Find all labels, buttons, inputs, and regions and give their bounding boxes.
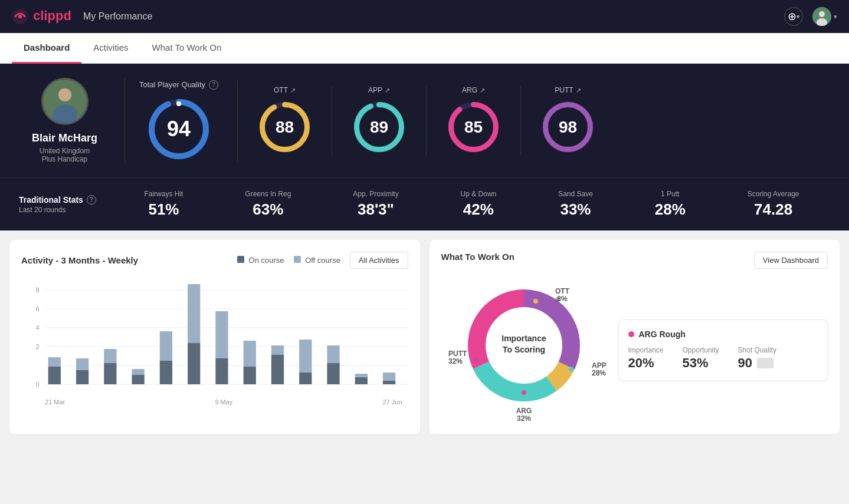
- sub-score-app: APP ↗ 89: [332, 86, 427, 155]
- stat-item: App. Proximity 38'3": [353, 190, 398, 219]
- shot-quality-label: Shot Quality: [738, 346, 776, 354]
- off-course-bar: [215, 311, 228, 358]
- stat-label: Sand Save: [558, 190, 593, 198]
- player-country: United Kingdom: [40, 147, 90, 155]
- svg-point-1: [18, 15, 22, 18]
- putt-label: PUTT ↗: [555, 86, 581, 94]
- svg-text:32%: 32%: [448, 357, 463, 365]
- on-course-legend-dot: [237, 256, 244, 263]
- svg-rect-8: [53, 110, 77, 123]
- svg-text:8: 8: [35, 286, 39, 294]
- what-to-work-on-panel: What To Work On View Dashboard: [430, 240, 840, 434]
- app-label: APP ↗: [368, 86, 390, 94]
- donut-chart-container: Importance To Scoring OTT 8% APP 28% ARG…: [441, 269, 607, 422]
- all-activities-button[interactable]: All Activities: [350, 252, 408, 269]
- svg-text:ARG: ARG: [516, 407, 532, 415]
- tab-activities[interactable]: Activities: [81, 33, 140, 64]
- svg-point-52: [474, 358, 479, 363]
- on-course-bar: [132, 375, 145, 384]
- svg-text:4: 4: [35, 324, 39, 331]
- ott-circle: 88: [257, 99, 313, 155]
- header-title: My Performance: [83, 11, 152, 22]
- avatar: [812, 7, 831, 26]
- bottom-panels: Activity - 3 Months - Weekly On course O…: [0, 230, 849, 443]
- svg-text:OTT: OTT: [555, 287, 570, 295]
- trad-stats-subtitle: Last 20 rounds: [19, 206, 113, 214]
- scores-area: Total Player Quality ? 94 OTT ↗: [125, 78, 830, 163]
- header-right: ⊕ ▾ ▾: [784, 7, 837, 26]
- off-course-bar: [355, 374, 368, 377]
- tq-info-icon: ?: [209, 80, 218, 90]
- svg-point-49: [555, 297, 560, 302]
- tab-what-to-work-on[interactable]: What To Work On: [140, 33, 234, 64]
- off-course-bar: [299, 340, 312, 373]
- stat-label: Up & Down: [461, 190, 497, 198]
- chart-title: Activity - 3 Months - Weekly: [21, 255, 138, 266]
- metric-card-container: ARG Rough Importance 20% Opportunity 53%…: [618, 310, 828, 381]
- nav-tabs: Dashboard Activities What To Work On: [0, 33, 849, 64]
- svg-text:2: 2: [35, 343, 39, 350]
- on-course-bar: [327, 363, 339, 384]
- off-course-bar: [160, 331, 172, 361]
- view-dashboard-button[interactable]: View Dashboard: [754, 252, 828, 269]
- sub-score-arg: ARG ↗ 85: [427, 86, 521, 155]
- svg-text:PUTT: PUTT: [448, 350, 467, 358]
- metric-row: Importance 20% Opportunity 53% Shot Qual…: [628, 346, 818, 371]
- plus-icon: ⊕: [788, 10, 796, 23]
- stat-item: Scoring Average 74.28: [748, 190, 799, 219]
- svg-point-16: [377, 103, 382, 107]
- arg-label: ARG ↗: [462, 86, 485, 94]
- header: clippd My Performance ⊕ ▾ ▾: [0, 0, 849, 33]
- on-course-legend: On course: [237, 256, 284, 265]
- add-button[interactable]: ⊕ ▾: [784, 7, 803, 26]
- activity-panel: Activity - 3 Months - Weekly On course O…: [9, 240, 420, 434]
- avatar-button[interactable]: ▾: [812, 7, 837, 26]
- tab-dashboard[interactable]: Dashboard: [12, 33, 81, 64]
- ott-arrow-icon: ↗: [290, 87, 296, 94]
- stat-value: 28%: [655, 200, 686, 219]
- metric-importance: Importance 20%: [628, 346, 664, 371]
- stat-value: 51%: [148, 200, 179, 219]
- svg-point-19: [492, 117, 497, 122]
- stat-value: 63%: [253, 200, 283, 219]
- stat-item: Sand Save 33%: [558, 190, 593, 219]
- hero-section: Blair McHarg United Kingdom Plus Handica…: [0, 64, 849, 177]
- arg-arrow-icon: ↗: [480, 87, 485, 94]
- sub-score-putt: PUTT ↗ 98: [521, 86, 615, 155]
- tq-label: Total Player Quality ?: [139, 80, 218, 90]
- wtwo-header: What To Work On View Dashboard: [441, 252, 828, 269]
- opportunity-value: 53%: [683, 355, 719, 371]
- off-course-bar: [104, 349, 116, 363]
- chart-x-label-3: 27 Jun: [382, 398, 408, 406]
- off-course-bar: [244, 341, 256, 367]
- svg-text:28%: 28%: [592, 369, 606, 377]
- svg-point-53: [533, 299, 538, 304]
- putt-circle: 98: [540, 99, 596, 155]
- metric-shot-quality: Shot Quality 90: [738, 346, 776, 371]
- add-dropdown-icon: ▾: [796, 13, 800, 21]
- stat-value: 33%: [560, 200, 591, 219]
- stat-label: App. Proximity: [353, 190, 398, 198]
- chart-x-label-1: 21 Mar: [21, 398, 65, 406]
- svg-text:To Scoring: To Scoring: [502, 345, 545, 354]
- on-course-bar: [104, 363, 116, 384]
- putt-value: 98: [559, 118, 577, 137]
- stat-value: 38'3": [358, 200, 394, 219]
- logo-text: clippd: [12, 8, 71, 25]
- svg-point-3: [819, 11, 825, 17]
- on-course-bar: [76, 370, 88, 384]
- chart-axis: 21 Mar 9 May 27 Jun: [21, 398, 408, 406]
- metric-card-dot: [628, 331, 634, 337]
- on-course-bar: [244, 367, 256, 384]
- ott-value: 88: [276, 118, 294, 137]
- donut-chart: Importance To Scoring OTT 8% APP 28% ARG…: [441, 269, 607, 422]
- total-quality: Total Player Quality ? 94: [139, 80, 238, 162]
- opportunity-label: Opportunity: [683, 346, 719, 354]
- shot-quality-row: 90: [738, 355, 776, 371]
- player-info: Blair McHarg United Kingdom Plus Handica…: [19, 78, 125, 163]
- stat-label: Greens In Reg: [245, 190, 291, 198]
- stat-value: 42%: [463, 200, 494, 219]
- svg-text:Importance: Importance: [501, 334, 546, 343]
- on-course-bar: [48, 367, 61, 384]
- arg-value: 85: [464, 118, 483, 137]
